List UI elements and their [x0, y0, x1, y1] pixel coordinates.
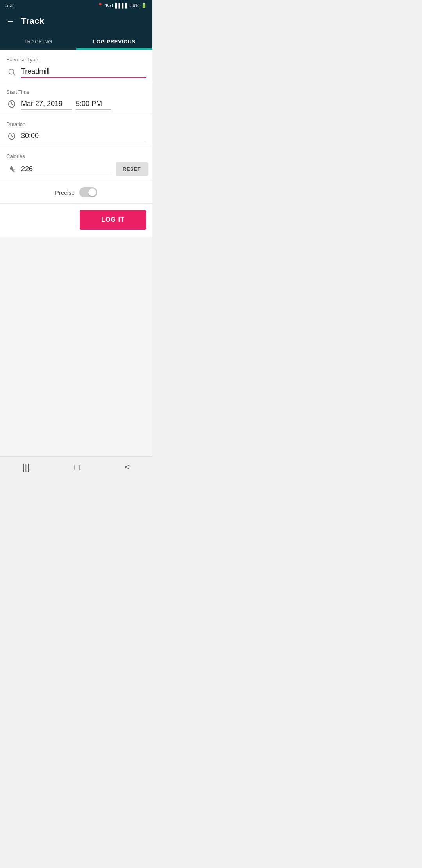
page-title: Track: [21, 16, 44, 26]
recent-apps-icon[interactable]: |||: [23, 462, 29, 472]
tab-tracking[interactable]: TRACKING: [0, 33, 76, 50]
exercise-type-input[interactable]: [21, 66, 146, 78]
header: ← Track: [0, 11, 152, 33]
start-time-row: [6, 98, 146, 110]
start-time-input[interactable]: [76, 98, 111, 110]
precise-toggle[interactable]: [79, 187, 97, 197]
exercise-type-row: [6, 66, 146, 78]
fire-icon: [6, 165, 17, 174]
start-time-label: Start Time: [6, 89, 146, 95]
bottom-nav: ||| □ <: [0, 456, 152, 479]
tab-log-previous[interactable]: LOG PREVIOUS: [76, 33, 152, 50]
battery-icon: 🔋: [141, 3, 147, 8]
main-content: Exercise Type Start Time: [0, 50, 152, 237]
clock-icon: [6, 100, 17, 108]
start-date-input[interactable]: [21, 98, 72, 110]
start-time-section: Start Time: [0, 82, 152, 114]
network-icon: 4G+: [105, 3, 114, 8]
calories-input[interactable]: [21, 163, 112, 175]
precise-row: Precise: [0, 180, 152, 203]
body-space: [0, 237, 152, 456]
calories-section: Calories RESET: [0, 146, 152, 180]
log-section: LOG IT: [0, 203, 152, 237]
status-time: 5:31: [5, 2, 15, 8]
tab-bar: TRACKING LOG PREVIOUS: [0, 33, 152, 50]
svg-point-0: [9, 69, 14, 74]
back-nav-icon[interactable]: <: [125, 462, 130, 472]
location-icon: 📍: [97, 3, 103, 8]
toggle-knob: [88, 188, 96, 196]
duration-row: [6, 130, 146, 142]
precise-label: Precise: [55, 189, 75, 196]
svg-line-1: [13, 74, 15, 75]
status-right: 📍 4G+ ▌▌▌▌ 59% 🔋: [97, 3, 147, 8]
signal-bars: ▌▌▌▌: [115, 3, 129, 8]
reset-button[interactable]: RESET: [116, 162, 148, 176]
calories-label: Calories: [6, 153, 146, 159]
duration-label: Duration: [6, 121, 146, 127]
calories-row: RESET: [6, 162, 146, 176]
status-bar: 5:31 📍 4G+ ▌▌▌▌ 59% 🔋: [0, 0, 152, 11]
exercise-type-section: Exercise Type: [0, 50, 152, 82]
duration-input[interactable]: [21, 130, 146, 142]
battery-percent: 59%: [130, 3, 139, 8]
duration-section: Duration: [0, 114, 152, 146]
duration-clock-icon: [6, 132, 17, 140]
search-icon: [6, 68, 17, 76]
back-button[interactable]: ←: [6, 16, 15, 26]
home-icon[interactable]: □: [75, 462, 80, 472]
exercise-type-label: Exercise Type: [6, 57, 146, 63]
log-it-button[interactable]: LOG IT: [80, 210, 146, 230]
